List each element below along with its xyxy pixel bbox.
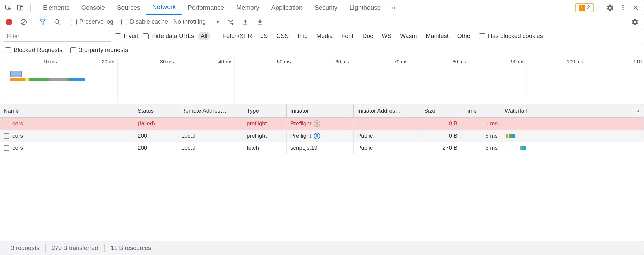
inspect-element-icon[interactable] [3,2,14,13]
svg-rect-10 [258,24,262,24]
tab-lighthouse[interactable]: Lighthouse [343,0,387,15]
col-name[interactable]: Name [0,104,134,117]
status-requests: 3 requests [5,245,45,252]
has-blocked-cookies-label: Has blocked cookies [488,33,543,40]
filter-input[interactable] [4,31,111,42]
tab-performance[interactable]: Performance [182,0,230,15]
warning-icon: ! [579,5,585,11]
tab-security[interactable]: Security [309,0,344,15]
throttling-value: No throttling [173,18,206,26]
overview-gridline [351,57,351,104]
svg-point-3 [622,5,624,6]
type-filter-doc[interactable]: Doc [360,32,376,40]
overview-gridline [293,57,293,104]
initiator-link[interactable]: script.js:19 [290,145,317,151]
network-conditions-icon[interactable] [225,17,236,28]
chevron-down-icon: ▼ [216,20,220,24]
table-row[interactable]: cors(failed)…preflightPreflight⇅0 B1 ms [0,118,644,130]
overview-selection[interactable] [10,71,22,77]
type-filter-manifest[interactable]: Manifest [423,32,451,40]
col-initiator-addr[interactable]: Initiator Addres… [354,104,421,117]
overview-gridline [117,57,118,104]
tab-console[interactable]: Console [75,0,111,15]
type-filter-img[interactable]: Img [295,32,310,40]
type-filter-media[interactable]: Media [314,32,335,40]
overview-bar [29,78,49,81]
has-blocked-cookies-checkbox[interactable]: Has blocked cookies [479,33,543,40]
filter-toggle-icon[interactable] [37,17,48,28]
table-row[interactable]: cors200LocalpreflightPreflight⇅Public0 B… [0,130,644,142]
clear-button[interactable] [18,17,29,28]
divider [215,32,215,40]
filter-row-2: Blocked Requests 3rd-party requests [0,43,644,57]
disable-cache-checkbox[interactable]: Disable cache [121,18,168,26]
type-filter-all[interactable]: All [198,32,210,40]
overview-bar [67,78,70,81]
waterfall-cell [501,118,644,130]
timeline-overview[interactable]: 10 ms20 ms30 ms40 ms50 ms60 ms70 ms80 ms… [0,57,644,104]
kebab-menu-icon[interactable] [618,2,628,13]
tab-network[interactable]: Network [146,0,182,15]
col-time[interactable]: Time [461,104,501,117]
third-party-label: 3rd-party requests [79,47,128,54]
network-settings-gear-icon[interactable] [630,17,640,28]
divider [30,4,31,12]
preserve-log-checkbox[interactable]: Preserve log [71,18,113,26]
network-table: Name Status Remote Addres… Type Initiato… [0,104,644,241]
col-type[interactable]: Type [243,104,287,117]
throttling-select[interactable]: No throttling ▼ [172,18,221,26]
type-filter-other[interactable]: Other [455,32,475,40]
overview-gridline [410,57,410,104]
tab-application[interactable]: Application [265,0,309,15]
type-filter-css[interactable]: CSS [274,32,292,40]
svg-point-4 [622,7,624,8]
more-tabs-icon[interactable]: » [388,2,399,13]
request-name: cors [12,133,23,139]
settings-gear-icon[interactable] [605,2,616,13]
type-filter-ws[interactable]: WS [379,32,394,40]
overview-bar [10,78,25,81]
download-har-icon[interactable] [255,17,265,28]
type-filter-fetchxhr[interactable]: Fetch/XHR [220,32,255,40]
record-button[interactable] [4,17,14,28]
request-name: cors [12,145,23,151]
initiator-text: Preflight [290,120,311,127]
tab-elements[interactable]: Elements [37,0,75,15]
device-toolbar-icon[interactable] [15,2,26,13]
col-initiator[interactable]: Initiator [287,104,354,117]
divider [599,4,599,12]
hide-data-urls-checkbox[interactable]: Hide data URLs [143,33,194,40]
type-filter-wasm[interactable]: Wasm [397,32,420,40]
upload-har-icon[interactable] [240,17,251,28]
col-remote[interactable]: Remote Addres… [178,104,243,117]
overview-gridline [176,57,176,104]
tab-sources[interactable]: Sources [111,0,146,15]
initiator-text: Preflight [290,133,311,139]
col-size[interactable]: Size [421,104,461,117]
tab-memory[interactable]: Memory [230,0,265,15]
waterfall-cell [501,142,644,154]
blocked-requests-label: Blocked Requests [14,47,62,54]
overview-bar [70,78,85,81]
waterfall-segment [513,134,515,138]
table-header: Name Status Remote Addres… Type Initiato… [0,104,644,118]
waterfall-segment [506,134,507,138]
waterfall-segment [507,134,508,138]
issues-count: 2 [587,4,590,11]
table-row[interactable]: cors200Localfetchscript.js:19Public270 B… [0,142,644,154]
blocked-requests-checkbox[interactable]: Blocked Requests [5,47,62,54]
type-filter-js[interactable]: JS [258,32,270,40]
type-filter-font[interactable]: Font [339,32,356,40]
panel-tabs-row: ElementsConsoleSourcesNetworkPerformance… [0,0,644,15]
issues-badge[interactable]: ! 2 [575,3,594,12]
col-status[interactable]: Status [134,104,178,117]
col-waterfall[interactable]: Waterfall ▲ [501,104,644,117]
file-icon [4,133,9,139]
invert-checkbox[interactable]: Invert [115,33,139,40]
file-icon [4,145,9,151]
preflight-swap-icon: ⇅ [314,120,320,127]
close-devtools-icon[interactable] [630,2,641,13]
third-party-checkbox[interactable]: 3rd-party requests [70,47,128,54]
search-icon[interactable] [52,17,63,28]
overview-gridline [468,57,468,104]
